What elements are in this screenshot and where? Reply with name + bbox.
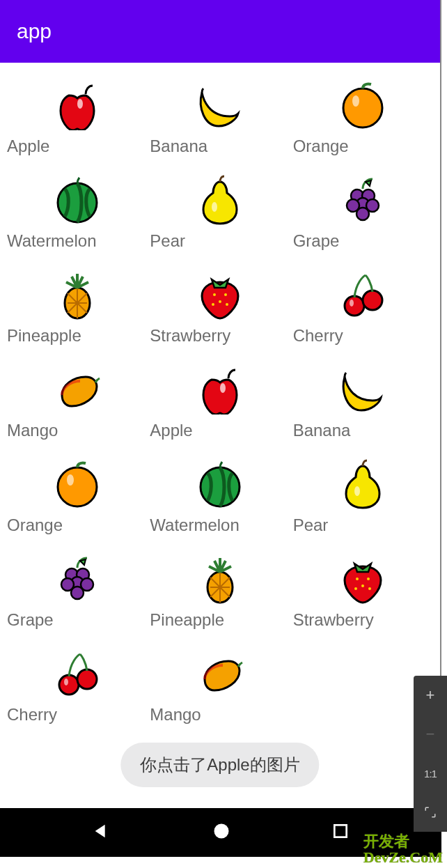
grid-item-label: Watermelon xyxy=(6,231,148,251)
grid-item[interactable]: Watermelon xyxy=(6,163,148,258)
grid-item-label: Cherry xyxy=(6,705,148,724)
banana-icon[interactable] xyxy=(292,358,434,421)
grid-item-label: Banana xyxy=(148,137,291,156)
grid-item-label: Pineapple xyxy=(6,326,148,346)
pear-icon[interactable] xyxy=(292,453,434,516)
grape-icon[interactable] xyxy=(292,169,434,231)
emulator-side-panel: + − 1:1 xyxy=(414,676,447,832)
watermelon-icon[interactable] xyxy=(6,169,148,231)
svg-rect-21 xyxy=(334,825,346,837)
pear-icon[interactable] xyxy=(148,169,291,231)
zoom-in-button[interactable]: + xyxy=(414,676,447,715)
grid-item[interactable]: Strawberry xyxy=(292,542,434,637)
grid-item[interactable]: Pear xyxy=(292,447,434,542)
grid-item[interactable]: Banana xyxy=(292,352,434,447)
grid-item[interactable]: Cherry xyxy=(292,258,434,352)
grid-item-label: Strawberry xyxy=(148,326,291,346)
grid-item-label: Mango xyxy=(6,421,148,440)
grid-item[interactable]: Grape xyxy=(292,163,434,258)
grid-item[interactable]: Pineapple xyxy=(6,258,148,352)
grid-item-label: Pear xyxy=(148,231,291,251)
pineapple-icon[interactable] xyxy=(148,548,291,610)
fruit-grid: AppleBananaOrangeWatermelonPearGrapePine… xyxy=(0,63,440,737)
grid-item-label: Banana xyxy=(292,421,434,440)
grid-item-label: Mango xyxy=(148,705,291,724)
orange-icon[interactable] xyxy=(6,453,148,516)
grid-item-label: Grape xyxy=(292,231,434,251)
back-icon[interactable] xyxy=(92,821,111,844)
grid-item-label: Apple xyxy=(148,421,291,440)
cherry-icon[interactable] xyxy=(6,642,148,705)
watermark-line1: 开发者 xyxy=(363,833,443,849)
app-bar: app xyxy=(0,0,440,63)
grid-item-label: Grape xyxy=(6,610,148,630)
apple-icon[interactable] xyxy=(6,74,148,137)
grid-item-label: Pineapple xyxy=(148,610,291,630)
app-title: app xyxy=(17,20,52,43)
mango-icon[interactable] xyxy=(6,358,148,421)
pineapple-icon[interactable] xyxy=(6,263,148,326)
home-icon[interactable] xyxy=(212,821,231,844)
grid-item[interactable]: Pear xyxy=(148,163,291,258)
zoom-out-button[interactable]: − xyxy=(414,715,447,754)
grid-item-label: Orange xyxy=(292,137,434,156)
grid-item[interactable]: Cherry xyxy=(6,637,148,731)
banana-icon[interactable] xyxy=(148,74,291,137)
grid-item[interactable]: Watermelon xyxy=(148,447,291,542)
grid-item-label: Pear xyxy=(292,516,434,535)
grape-icon[interactable] xyxy=(6,548,148,610)
grid-item-label: Cherry xyxy=(292,326,434,346)
grid-item-label: Orange xyxy=(6,516,148,535)
grid-item[interactable]: Strawberry xyxy=(148,258,291,352)
grid-item[interactable]: Orange xyxy=(292,68,434,163)
watermark-line2: DevZe.CoM xyxy=(363,849,443,865)
grid-item[interactable]: Pineapple xyxy=(148,542,291,637)
cherry-icon[interactable] xyxy=(292,263,434,326)
grid-item[interactable]: Apple xyxy=(148,352,291,447)
strawberry-icon[interactable] xyxy=(148,263,291,326)
grid-item-label: Watermelon xyxy=(148,516,291,535)
grid-item[interactable]: Grape xyxy=(6,542,148,637)
watermelon-icon[interactable] xyxy=(148,453,291,516)
toast: 你点击了Apple的图片 xyxy=(120,743,319,787)
grid-item[interactable]: Orange xyxy=(6,447,148,542)
apple-icon[interactable] xyxy=(148,358,291,421)
strawberry-icon[interactable] xyxy=(292,548,434,610)
grid-item[interactable]: Mango xyxy=(148,637,291,731)
grid-item-label: Apple xyxy=(6,137,148,156)
orange-icon[interactable] xyxy=(292,74,434,137)
mango-icon[interactable] xyxy=(148,642,291,705)
grid-item[interactable]: Apple xyxy=(6,68,148,163)
grid-item[interactable]: Banana xyxy=(148,68,291,163)
recent-icon[interactable] xyxy=(331,822,350,843)
fullscreen-icon[interactable] xyxy=(414,793,447,832)
grid-item-label: Strawberry xyxy=(292,610,434,630)
grid-item[interactable]: Mango xyxy=(6,352,148,447)
zoom-actual-button[interactable]: 1:1 xyxy=(414,754,447,793)
svg-point-20 xyxy=(214,824,229,839)
watermark: 开发者 DevZe.CoM xyxy=(363,833,443,865)
toast-text: 你点击了Apple的图片 xyxy=(140,755,299,774)
